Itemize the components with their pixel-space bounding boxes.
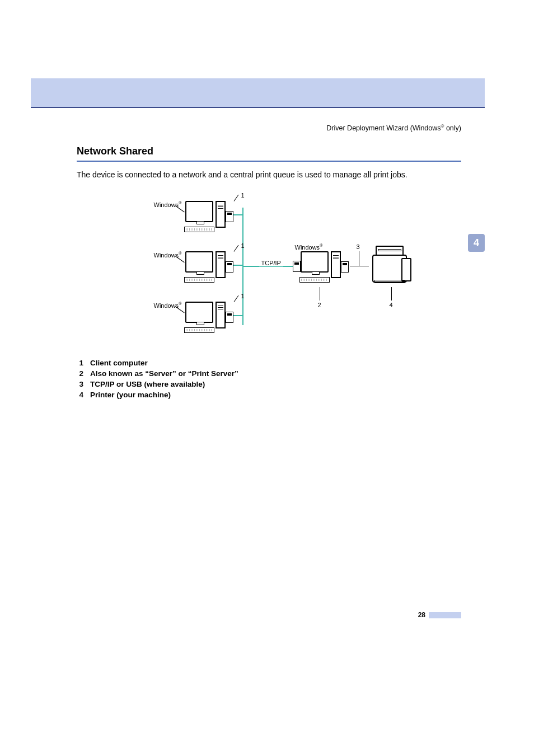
callout-3: 3 [357,243,360,250]
monitor-icon [185,251,213,273]
legend-item: 4 Printer (your machine) [77,391,461,399]
footer: 28 [418,611,461,619]
page-number: 28 [418,611,425,619]
legend-item: 2 Also known as “Server” or “Print Serve… [77,369,461,378]
printer-icon [370,245,415,287]
tcpip-label: TCP/IP [259,260,283,266]
legend-item: 1 Client computer [77,359,461,367]
connection-line [350,266,369,266]
section-heading: Network Shared [77,145,461,162]
callout-1: 1 [241,293,245,299]
legend-text: Also known as “Server” or “Print Server” [90,369,238,378]
content-section: Network Shared The device is connected t… [77,145,461,401]
section-body: The device is connected to a network and… [77,170,461,181]
network-card-icon [226,312,233,323]
keyboard-icon [184,277,214,283]
callout-1: 1 [241,242,245,249]
connection-line [320,287,320,300]
monitor-icon [301,251,329,273]
monitor-icon [185,201,213,222]
tower-icon [331,251,341,278]
legend-num: 2 [77,369,83,378]
client-computer: Windows® [185,201,214,232]
breadcrumb-suffix: only) [444,124,461,132]
connection-line [391,287,392,300]
tower-icon [216,302,226,328]
network-diagram: TCP/IP Windows® 1 Windows® 1 Windows® [129,191,409,348]
callout-4: 4 [390,302,393,308]
tower-icon [216,201,226,228]
header-bar [31,78,485,108]
client-computer: Windows® [185,302,214,333]
breadcrumb-prefix: Driver Deployment Wizard (Windows [326,124,441,132]
keyboard-icon [184,327,214,333]
client-computer: Windows® [185,251,214,283]
legend-num: 1 [77,359,83,367]
server-computer: Windows® [301,251,330,283]
network-card-icon [226,261,233,273]
tower-icon [216,251,226,278]
footer-bar [429,612,461,618]
legend-text: Client computer [90,359,148,367]
callout-line [233,245,238,251]
network-card-icon [341,261,349,273]
legend-item: 3 TCP/IP or USB (where available) [77,380,461,388]
legend-text: TCP/IP or USB (where available) [90,380,205,388]
connection-line [359,251,359,266]
chapter-tab: 4 [468,234,485,252]
legend-num: 3 [77,380,83,388]
callout-2: 2 [318,302,321,308]
bus-stub [233,214,242,215]
network-card-icon [293,261,301,272]
legend-text: Printer (your machine) [90,391,171,399]
breadcrumb: Driver Deployment Wizard (Windows® only) [326,124,461,132]
callout-line [233,295,238,302]
legend: 1 Client computer 2 Also known as “Serve… [77,359,461,399]
legend-num: 4 [77,391,83,399]
keyboard-icon [299,277,330,283]
callout-line [233,194,238,201]
bus-stub [233,265,242,266]
keyboard-icon [184,227,214,232]
os-label: Windows® [295,243,323,251]
monitor-icon [185,302,213,323]
bus-stub [233,315,242,316]
network-card-icon [226,211,233,222]
callout-1: 1 [241,192,245,199]
